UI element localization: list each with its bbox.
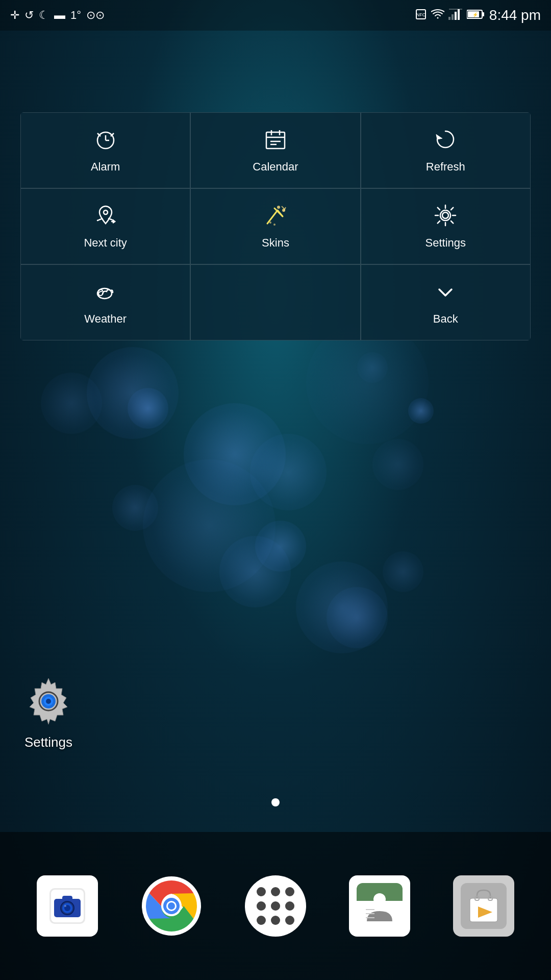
svg-text:⚡: ⚡	[472, 12, 479, 18]
svg-point-25	[277, 206, 280, 209]
playstore-icon	[453, 875, 514, 937]
settings-app-label: Settings	[24, 734, 72, 750]
wifi-icon	[431, 9, 444, 22]
svg-point-45	[64, 905, 66, 907]
status-time: 8:44 pm	[489, 7, 541, 23]
calendar-icon	[263, 127, 288, 155]
settings-icon	[433, 203, 458, 231]
appdrawer-icon	[245, 875, 306, 937]
calendar-menu-item[interactable]: Calendar	[190, 112, 360, 188]
status-icons-left: ✛ ↺ ☾ ▬ 1° ⊙⊙	[10, 10, 105, 21]
appdrawer-dock-item[interactable]	[242, 873, 309, 939]
svg-point-28	[269, 222, 271, 224]
svg-rect-5	[458, 9, 460, 20]
weather-menu-item[interactable]: Weather	[20, 264, 190, 340]
weather-widget-icon: ⊙⊙	[86, 10, 105, 21]
nfc-icon: NFC	[415, 8, 427, 22]
signal-icon	[448, 9, 463, 22]
settings-menu-item[interactable]: Settings	[361, 188, 531, 264]
temp-icon: 1°	[70, 10, 81, 21]
svg-point-22	[104, 210, 108, 214]
contacts-dock-item[interactable]	[346, 873, 413, 939]
svg-point-27	[273, 224, 276, 226]
appdrawer-dots	[257, 887, 294, 925]
svg-point-55	[373, 893, 386, 905]
moon-icon: ☾	[39, 10, 49, 21]
menu-grid: Alarm Calendar	[20, 112, 531, 340]
screenshot-icon: ▬	[54, 10, 65, 21]
next-city-icon	[93, 203, 118, 231]
alarm-menu-item[interactable]: Alarm	[20, 112, 190, 188]
svg-line-29	[282, 206, 285, 209]
calendar-label: Calendar	[253, 160, 298, 174]
playstore-dock-item[interactable]	[450, 873, 517, 939]
camera-icon	[37, 875, 98, 937]
svg-point-31	[442, 212, 448, 218]
svg-rect-8	[482, 12, 484, 16]
back-icon	[433, 279, 458, 307]
dock	[0, 832, 551, 980]
svg-rect-46	[62, 896, 72, 901]
svg-text:NFC: NFC	[416, 12, 426, 17]
status-bar: ✛ ↺ ☾ ▬ 1° ⊙⊙ NFC	[0, 0, 551, 31]
desktop-settings-app[interactable]: Settings	[20, 673, 77, 750]
skins-menu-item[interactable]: Skins	[190, 188, 360, 264]
weather-label: Weather	[84, 312, 127, 326]
back-menu-item[interactable]: Back	[361, 264, 531, 340]
empty-cell	[190, 264, 360, 340]
svg-rect-3	[452, 14, 454, 20]
contacts-icon	[349, 875, 410, 937]
skins-icon	[263, 203, 288, 231]
add-icon: ✛	[10, 10, 19, 21]
refresh-menu-item[interactable]: Refresh	[361, 112, 531, 188]
svg-rect-16	[266, 132, 285, 149]
context-menu: Alarm Calendar	[20, 112, 531, 340]
svg-rect-2	[448, 17, 450, 20]
svg-point-51	[168, 902, 175, 910]
refresh-icon	[433, 127, 458, 155]
svg-rect-4	[455, 12, 457, 20]
next-city-label: Next city	[84, 236, 127, 250]
settings-app-icon	[20, 673, 77, 729]
sync-icon: ↺	[24, 10, 34, 21]
status-icons-right: NFC ⚡	[415, 7, 541, 23]
skins-label: Skins	[262, 236, 289, 250]
svg-line-23	[267, 210, 278, 224]
page-indicator	[271, 798, 280, 806]
battery-icon: ⚡	[467, 9, 485, 21]
next-city-menu-item[interactable]: Next city	[20, 188, 190, 264]
alarm-icon	[93, 127, 118, 155]
back-label: Back	[433, 312, 458, 326]
weather-icon	[93, 279, 118, 307]
camera-dock-item[interactable]	[34, 873, 101, 939]
chrome-dock-item[interactable]	[138, 873, 205, 939]
svg-point-37	[46, 699, 51, 704]
refresh-label: Refresh	[426, 160, 465, 174]
alarm-label: Alarm	[91, 160, 120, 174]
settings-label: Settings	[425, 236, 466, 250]
